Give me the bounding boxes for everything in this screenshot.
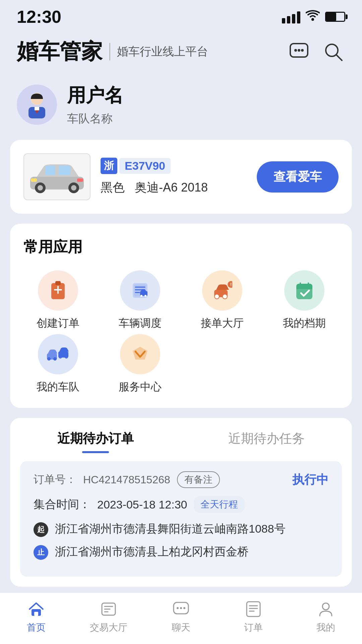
- nav-chat[interactable]: 聊天: [145, 600, 217, 634]
- svg-rect-40: [296, 286, 312, 289]
- svg-rect-59: [247, 602, 260, 616]
- nav-home[interactable]: 首页: [0, 600, 72, 634]
- status-icons: [282, 9, 345, 24]
- svg-point-18: [71, 185, 76, 191]
- end-address: 浙江省湖州市德清县上柏龙冈村西金桥: [55, 544, 249, 560]
- svg-line-6: [336, 55, 342, 60]
- app-my-fleet[interactable]: 我的车队: [23, 334, 92, 394]
- svg-point-32: [144, 295, 146, 297]
- service-center-label: 服务中心: [119, 380, 162, 394]
- signal-icon: [282, 10, 300, 23]
- plate-number: E37V90: [119, 158, 171, 174]
- wifi-icon: [306, 9, 320, 24]
- svg-rect-11: [35, 107, 39, 110]
- svg-point-35: [223, 294, 227, 299]
- order-hall-label: 接单大厅: [201, 316, 244, 331]
- order-content: 订单号： HC421478515268 有备注 执行中 集合时间： 2023-0…: [20, 461, 342, 577]
- svg-point-3: [298, 49, 300, 52]
- header-left: 婚车管家 婚车行业线上平台: [17, 37, 208, 66]
- app-subtitle: 婚车行业线上平台: [117, 44, 208, 59]
- order-time-row: 集合时间： 2023-05-18 12:30 全天行程: [34, 496, 328, 513]
- car-details: 浙 E37V90 黑色 奥迪-A6 2018: [101, 158, 247, 196]
- all-day-badge: 全天行程: [194, 496, 245, 513]
- header-divider: [109, 43, 110, 60]
- order-id-row: 订单号： HC421478515268 有备注: [34, 471, 220, 488]
- order-time-value: 2023-05-18 12:30: [97, 498, 187, 511]
- my-schedule-label: 我的档期: [283, 316, 326, 331]
- app-service-center[interactable]: 服务中心: [106, 334, 174, 394]
- apps-row2: 我的车队 服务中心: [23, 334, 339, 394]
- svg-point-34: [215, 294, 219, 299]
- svg-point-16: [38, 185, 43, 191]
- svg-rect-19: [31, 178, 37, 182]
- svg-rect-20: [77, 178, 83, 182]
- app-create-order[interactable]: 创建订单: [23, 270, 92, 331]
- vehicle-dispatch-label: 车辆调度: [119, 316, 162, 331]
- nav-trading[interactable]: 交易大厅: [72, 600, 145, 634]
- svg-point-47: [59, 355, 62, 359]
- app-empty-1: [188, 334, 256, 394]
- car-card: 浙 E37V90 黑色 奥迪-A6 2018 查看爱车: [10, 140, 352, 214]
- battery-icon: [325, 12, 345, 22]
- tab-pending-orders[interactable]: 近期待办订单: [10, 418, 181, 461]
- svg-point-63: [322, 603, 329, 610]
- tabs-header: 近期待办订单 近期待办任务: [10, 418, 352, 461]
- app-empty-2: [270, 334, 339, 394]
- app-title: 婚车管家: [17, 37, 103, 66]
- status-bar: 12:30: [0, 0, 362, 30]
- vehicle-dispatch-icon: [120, 270, 160, 311]
- apps-section-title: 常用应用: [23, 237, 339, 257]
- chat-icon: [172, 600, 190, 619]
- svg-rect-14: [59, 166, 70, 175]
- view-car-button[interactable]: 查看爱车: [257, 161, 339, 193]
- search-button[interactable]: [321, 40, 345, 64]
- create-order-label: 创建订单: [37, 316, 79, 331]
- app-my-schedule[interactable]: 我的档期: [270, 270, 339, 331]
- mine-icon: [316, 600, 335, 619]
- apps-card: 常用应用 创建订单: [10, 224, 352, 408]
- svg-point-2: [294, 49, 297, 52]
- svg-point-48: [65, 355, 68, 359]
- nav-mine[interactable]: 我的: [290, 600, 362, 634]
- home-icon: [27, 600, 46, 619]
- tab-active-underline: [82, 451, 109, 453]
- svg-text:!: !: [230, 282, 232, 287]
- nav-chat-label: 聊天: [172, 621, 190, 634]
- user-card: 用户名 车队名称: [0, 76, 362, 140]
- my-fleet-label: 我的车队: [37, 380, 79, 394]
- svg-point-4: [301, 49, 304, 52]
- svg-point-31: [140, 295, 142, 297]
- start-route-row: 起 浙江省湖州市德清县舞阳街道云岫南路1088号: [34, 521, 328, 537]
- svg-rect-22: [55, 281, 61, 285]
- order-header: 订单号： HC421478515268 有备注 执行中: [34, 471, 328, 488]
- team-name: 车队名称: [67, 111, 123, 126]
- user-info: 用户名 车队名称: [67, 83, 123, 126]
- username: 用户名: [67, 83, 123, 108]
- svg-rect-13: [45, 166, 55, 175]
- nav-home-label: 首页: [27, 621, 46, 634]
- message-button[interactable]: [287, 40, 311, 64]
- app-order-hall[interactable]: ! 接单大厅: [188, 270, 256, 331]
- create-order-icon: [38, 270, 78, 311]
- nav-orders[interactable]: 订单: [217, 600, 290, 634]
- svg-point-57: [180, 607, 182, 609]
- svg-point-58: [183, 607, 185, 609]
- header-icons: [287, 40, 345, 64]
- app-header: 婚车管家 婚车行业线上平台: [0, 30, 362, 76]
- app-vehicle-dispatch[interactable]: 车辆调度: [106, 270, 174, 331]
- order-hall-icon: !: [202, 270, 242, 311]
- tab-pending-tasks[interactable]: 近期待办任务: [181, 418, 352, 461]
- my-fleet-icon: [38, 334, 78, 374]
- status-time: 12:30: [17, 7, 61, 27]
- start-address: 浙江省湖州市德清县舞阳街道云岫南路1088号: [55, 521, 286, 537]
- order-status: 执行中: [292, 472, 328, 488]
- my-schedule-icon: [284, 270, 324, 311]
- end-route-row: 止 浙江省湖州市德清县上柏龙冈村西金桥: [34, 544, 328, 560]
- order-id-label: 订单号：: [34, 472, 76, 487]
- svg-point-44: [47, 357, 51, 361]
- service-center-icon: [120, 334, 160, 374]
- car-image: [23, 153, 90, 200]
- apps-grid: 创建订单 车辆调度: [23, 270, 339, 331]
- tab-pending-orders-label: 近期待办订单: [57, 430, 134, 447]
- order-note-badge: 有备注: [177, 471, 220, 488]
